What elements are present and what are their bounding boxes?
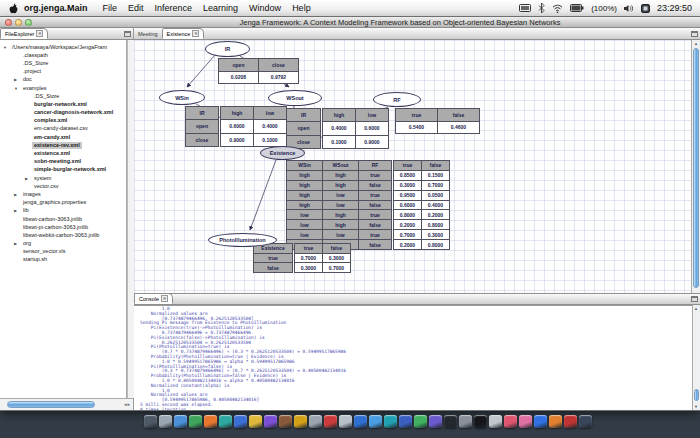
dock-icon[interactable] bbox=[234, 415, 247, 428]
dock-icon[interactable] bbox=[549, 415, 562, 428]
tree-item[interactable]: ▶lib bbox=[0, 207, 126, 215]
tree-item[interactable]: jenga_graphics.properties bbox=[0, 199, 126, 207]
volume-icon[interactable] bbox=[624, 4, 634, 13]
menu-item-file[interactable]: File bbox=[103, 3, 118, 13]
tree-item[interactable]: ▼/Users/masaya/Workspace/JengaFram bbox=[0, 43, 126, 51]
tree-item[interactable]: .project bbox=[0, 68, 126, 76]
tree-item[interactable]: existence-rev.xml bbox=[0, 141, 126, 149]
tree-item[interactable]: ▼examples bbox=[0, 84, 126, 92]
window-title-bar[interactable]: Jenga Framework: A Context Modeling Fram… bbox=[0, 17, 700, 28]
dock-icon[interactable] bbox=[444, 415, 457, 428]
dock-icon[interactable] bbox=[264, 415, 277, 428]
dock-icon[interactable] bbox=[294, 415, 307, 428]
collapse-arrow-icon[interactable]: ▼ bbox=[3, 45, 10, 50]
minimize-window-button[interactable] bbox=[15, 19, 22, 26]
minimize-restore-icon[interactable] bbox=[124, 31, 131, 37]
tree-item[interactable]: sobn-meeting.xml bbox=[0, 158, 126, 166]
network-canvas[interactable]: openclose0.02080.9792IRopenclosehighlow0… bbox=[134, 40, 700, 293]
close-icon[interactable]: ✕ bbox=[192, 30, 199, 37]
tree-item[interactable]: sensor_vector.xls bbox=[0, 248, 126, 256]
dock-icon[interactable] bbox=[399, 415, 412, 428]
console-view[interactable]: 1.0 Normalized values are [0.73748794664… bbox=[134, 305, 692, 410]
dock-icon[interactable] bbox=[579, 415, 592, 428]
dock-icon[interactable] bbox=[339, 415, 352, 428]
dock-icon[interactable] bbox=[459, 415, 472, 428]
dock-icon[interactable] bbox=[159, 415, 172, 428]
tab-existence[interactable]: Existence✕ bbox=[162, 28, 205, 39]
close-icon[interactable]: ✕ bbox=[36, 30, 43, 37]
dock-icon[interactable] bbox=[504, 415, 517, 428]
file-explorer-tree[interactable]: ▼/Users/masaya/Workspace/JengaFram.class… bbox=[0, 40, 127, 398]
expand-arrow-icon[interactable]: ▶ bbox=[14, 208, 21, 213]
menu-item-window[interactable]: Window bbox=[249, 3, 281, 13]
node-RF[interactable]: RF bbox=[373, 92, 421, 107]
input-menu-icon[interactable] bbox=[641, 4, 650, 13]
tree-item[interactable]: vector.csv bbox=[0, 182, 126, 190]
expand-arrow-icon[interactable]: ▶ bbox=[14, 192, 21, 197]
tree-item[interactable]: startup.sh bbox=[0, 256, 126, 264]
dock-icon[interactable] bbox=[249, 415, 262, 428]
dock-icon[interactable] bbox=[324, 415, 337, 428]
menu-item-learning[interactable]: Learning bbox=[203, 3, 238, 13]
dock-icon[interactable] bbox=[489, 415, 502, 428]
console-vertical-scrollbar[interactable]: ▲ ▼ bbox=[692, 305, 700, 410]
tree-item[interactable]: em-candy.xml bbox=[0, 133, 126, 141]
display-icon[interactable] bbox=[519, 4, 531, 13]
tree-item[interactable]: ▶images bbox=[0, 190, 126, 198]
battery-icon[interactable] bbox=[570, 4, 584, 12]
node-Existence[interactable]: Existence bbox=[260, 146, 305, 160]
tree-item[interactable]: .DS_Store bbox=[0, 92, 126, 100]
dock-icon[interactable] bbox=[474, 415, 487, 428]
tree-item[interactable]: libswt-webkit-carbon-3063.jnilib bbox=[0, 231, 126, 239]
tree-item[interactable]: burglar-network.xml bbox=[0, 100, 126, 108]
scroll-down-icon[interactable]: ▼ bbox=[692, 404, 700, 409]
tree-item[interactable]: complex.xml bbox=[0, 117, 126, 125]
dock-icon[interactable] bbox=[564, 415, 577, 428]
tree-item[interactable]: .DS_Store bbox=[0, 59, 126, 67]
wifi-icon[interactable] bbox=[552, 4, 563, 13]
tree-item[interactable]: ▶doc bbox=[0, 76, 126, 84]
menu-item-inference[interactable]: Inference bbox=[155, 3, 193, 13]
node-IR[interactable]: IR bbox=[205, 41, 250, 57]
tree-item[interactable]: ▶system bbox=[0, 174, 126, 182]
expand-arrow-icon[interactable]: ▶ bbox=[14, 241, 21, 246]
dock-icon[interactable] bbox=[219, 415, 232, 428]
node-PhotoIllumination[interactable]: PhotoIllumination bbox=[208, 233, 277, 247]
battery-percent-label[interactable]: (100%) bbox=[591, 4, 617, 13]
tree-item[interactable]: libswt-pi-carbon-3063.jnilib bbox=[0, 223, 126, 231]
close-icon[interactable]: ✕ bbox=[161, 295, 168, 302]
tree-item[interactable]: existence.xml bbox=[0, 149, 126, 157]
node-WSin[interactable]: WSin bbox=[159, 90, 205, 105]
menu-item-edit[interactable]: Edit bbox=[128, 3, 144, 13]
dock-icon[interactable] bbox=[204, 415, 217, 428]
tree-item[interactable]: .classpath bbox=[0, 51, 126, 59]
apple-logo-icon[interactable] bbox=[9, 3, 18, 14]
scrollbar-thumb[interactable] bbox=[7, 401, 95, 408]
expand-arrow-icon[interactable]: ▶ bbox=[25, 176, 32, 181]
dock-icon[interactable] bbox=[189, 415, 202, 428]
expand-arrow-icon[interactable]: ▶ bbox=[14, 77, 21, 82]
dock-icon[interactable] bbox=[174, 415, 187, 428]
dock-icon[interactable] bbox=[429, 415, 442, 428]
tree-item[interactable]: ▶org bbox=[0, 240, 126, 248]
bluetooth-icon[interactable] bbox=[538, 3, 545, 13]
scroll-up-icon[interactable]: ▲ bbox=[692, 306, 700, 311]
canvas-vertical-scrollbar[interactable]: ▲ bbox=[691, 40, 700, 293]
dock-icon[interactable] bbox=[519, 415, 532, 428]
dock-icon[interactable] bbox=[414, 415, 427, 428]
scrollbar-arrows[interactable]: ◂▸ bbox=[124, 401, 131, 407]
dock-icon[interactable] bbox=[534, 415, 547, 428]
explorer-horizontal-scrollbar[interactable]: ◂▸ bbox=[0, 398, 134, 410]
scrollbar-thumb[interactable] bbox=[694, 389, 699, 401]
dock-icon[interactable] bbox=[354, 415, 367, 428]
dock-icon[interactable] bbox=[369, 415, 382, 428]
tree-item[interactable]: libswt-carbon-3063.jnilib bbox=[0, 215, 126, 223]
explorer-vertical-scrollbar[interactable] bbox=[127, 40, 134, 398]
scrollbar-thumb[interactable] bbox=[693, 48, 699, 288]
tab-meeting[interactable]: Meeting bbox=[134, 28, 162, 39]
node-WSout[interactable]: WSout bbox=[268, 90, 322, 106]
app-menu-name[interactable]: org.jenga.Main bbox=[24, 3, 88, 13]
collapse-arrow-icon[interactable]: ▼ bbox=[14, 86, 21, 91]
tree-item[interactable]: em-candy-dataset.csv bbox=[0, 125, 126, 133]
minimize-restore-icon[interactable] bbox=[691, 296, 698, 302]
